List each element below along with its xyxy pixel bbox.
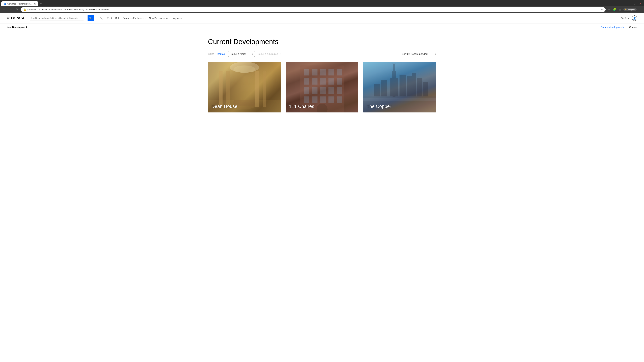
header-right: Go To ▾ 👤 bbox=[621, 15, 637, 21]
back-button[interactable]: ← bbox=[2, 7, 7, 12]
window-controls: − □ ✕ bbox=[627, 1, 644, 6]
incognito-badge: 🕵 Incognito bbox=[623, 8, 636, 11]
svg-rect-23 bbox=[328, 87, 334, 94]
user-avatar-icon: 👤 bbox=[633, 16, 636, 19]
nav-sell[interactable]: Sell bbox=[115, 17, 119, 19]
svg-rect-36 bbox=[390, 78, 398, 96]
page-title: Current Developments bbox=[208, 38, 436, 46]
svg-rect-13 bbox=[328, 69, 334, 75]
svg-rect-43 bbox=[423, 82, 428, 96]
property-card-the-copper[interactable]: The Copper bbox=[363, 62, 436, 112]
browser-tab-active[interactable]: Compass - New Developments ✕ bbox=[1, 1, 38, 6]
property-name-the-copper: The Copper bbox=[366, 104, 391, 109]
goto-button[interactable]: Go To ▾ bbox=[621, 17, 629, 19]
svg-rect-44 bbox=[363, 98, 436, 101]
nav-new-development-label: New Development bbox=[149, 17, 168, 19]
minimize-button[interactable]: − bbox=[627, 2, 631, 5]
tab-close-button[interactable]: ✕ bbox=[34, 3, 36, 5]
filter-tab-sales[interactable]: Sales bbox=[208, 52, 214, 56]
url-display: compass.com/development/?transactionStat… bbox=[28, 8, 600, 11]
new-development-chevron-icon: ▾ bbox=[169, 17, 170, 19]
compass-exclusives-chevron-icon: ▾ bbox=[145, 17, 146, 19]
svg-rect-10 bbox=[304, 69, 309, 75]
svg-rect-39 bbox=[412, 73, 416, 96]
agents-chevron-icon: ▾ bbox=[181, 17, 182, 19]
svg-rect-40 bbox=[381, 80, 387, 96]
svg-rect-19 bbox=[336, 78, 342, 85]
svg-rect-22 bbox=[320, 87, 326, 94]
svg-rect-11 bbox=[312, 69, 318, 75]
nav-compass-exclusives-label: Compass Exclusives bbox=[122, 17, 144, 19]
svg-rect-29 bbox=[336, 96, 342, 103]
svg-rect-14 bbox=[336, 69, 342, 75]
address-bar[interactable]: 🔒 compass.com/development/?transactionSt… bbox=[21, 7, 606, 12]
svg-rect-25 bbox=[304, 96, 309, 103]
property-image-111-charles: 111 Charles bbox=[286, 62, 358, 112]
tab-title: Compass - New Developments bbox=[8, 3, 32, 5]
property-image-dean-house: Dean House bbox=[208, 62, 281, 112]
nav-rent[interactable]: Rent bbox=[107, 17, 112, 19]
browser-chrome: Compass - New Developments ✕ + − □ ✕ ← →… bbox=[0, 0, 644, 13]
property-card-111-charles[interactable]: 111 Charles bbox=[286, 62, 358, 112]
sort-select-wrapper: Sort by Recommended Sort by Price (Low t… bbox=[402, 52, 436, 55]
sub-header-links: Current developments Contact bbox=[601, 26, 637, 28]
property-image-the-copper: The Copper bbox=[363, 62, 436, 112]
svg-rect-12 bbox=[320, 69, 326, 75]
svg-rect-33 bbox=[392, 64, 396, 64]
filter-bar: Sales Rentals Select a region New York L… bbox=[208, 51, 436, 57]
nav-agents-label: Agents bbox=[173, 17, 180, 19]
main-nav: Buy Rent Sell Compass Exclusives ▾ New D… bbox=[100, 17, 617, 19]
search-button[interactable]: 🔍 bbox=[88, 15, 94, 21]
svg-rect-15 bbox=[304, 78, 309, 85]
site-header: COMPASS 🔍 Buy Rent Sell Compass Exclusiv… bbox=[0, 13, 644, 23]
search-input[interactable] bbox=[30, 16, 84, 20]
region-select-wrapper: Select a region New York Los Angeles Mia… bbox=[228, 51, 255, 57]
goto-chevron-icon: ▾ bbox=[628, 17, 629, 19]
user-icon-button[interactable]: 👤 bbox=[632, 15, 637, 21]
extensions-button[interactable]: 🧩 bbox=[612, 7, 617, 11]
tab-favicon bbox=[4, 3, 6, 5]
main-content: Current Developments Sales Rentals Selec… bbox=[201, 31, 443, 122]
sub-header: New Development Current developments Con… bbox=[0, 23, 644, 31]
property-card-dean-house[interactable]: Dean House bbox=[208, 62, 281, 112]
svg-rect-20 bbox=[304, 87, 309, 94]
forward-button[interactable]: → bbox=[8, 7, 13, 12]
incognito-icon: 🕵 bbox=[625, 8, 627, 10]
bookmark-button[interactable]: ☆ bbox=[607, 7, 611, 11]
nav-compass-exclusives[interactable]: Compass Exclusives ▾ bbox=[122, 17, 146, 19]
svg-rect-26 bbox=[312, 96, 318, 103]
browser-actions: ☆ 🧩 ⊡ 🕵 Incognito ⋮ bbox=[607, 7, 642, 11]
sub-region-select[interactable]: Select a sub-region bbox=[258, 51, 282, 57]
nav-new-development[interactable]: New Development ▾ bbox=[149, 17, 170, 19]
reload-button[interactable]: ↻ bbox=[15, 7, 19, 12]
current-developments-link[interactable]: Current developments bbox=[601, 26, 624, 28]
region-select[interactable]: Select a region New York Los Angeles Mia… bbox=[228, 51, 255, 57]
maximize-button[interactable]: □ bbox=[632, 2, 636, 5]
svg-rect-28 bbox=[328, 96, 334, 103]
profile-button[interactable]: ⊡ bbox=[618, 7, 622, 11]
site-logo[interactable]: COMPASS bbox=[7, 16, 26, 20]
svg-rect-16 bbox=[312, 78, 318, 85]
svg-rect-24 bbox=[336, 87, 342, 94]
close-window-button[interactable]: ✕ bbox=[638, 2, 643, 5]
svg-rect-38 bbox=[407, 76, 412, 96]
svg-rect-21 bbox=[312, 87, 318, 94]
browser-toolbar: ← → ↻ 🔒 compass.com/development/?transac… bbox=[0, 6, 644, 13]
svg-rect-18 bbox=[328, 78, 334, 85]
search-icon: 🔍 bbox=[89, 16, 92, 19]
nav-buy[interactable]: Buy bbox=[100, 17, 104, 19]
nav-agents[interactable]: Agents ▾ bbox=[173, 17, 182, 19]
new-tab-button[interactable]: + bbox=[38, 1, 44, 6]
sort-select[interactable]: Sort by Recommended Sort by Price (Low t… bbox=[402, 52, 436, 55]
contact-link[interactable]: Contact bbox=[629, 26, 637, 28]
goto-label: Go To bbox=[621, 17, 627, 19]
filter-tab-rentals[interactable]: Rentals bbox=[217, 52, 226, 56]
menu-button[interactable]: ⋮ bbox=[638, 7, 642, 11]
sub-header-title: New Development bbox=[7, 26, 27, 28]
svg-rect-41 bbox=[374, 84, 380, 96]
svg-rect-42 bbox=[417, 78, 422, 96]
property-name-dean-house: Dean House bbox=[211, 104, 238, 109]
property-cards-grid: Dean House bbox=[208, 62, 436, 112]
sub-region-select-wrapper: Select a sub-region bbox=[258, 51, 282, 57]
svg-rect-17 bbox=[320, 78, 326, 85]
